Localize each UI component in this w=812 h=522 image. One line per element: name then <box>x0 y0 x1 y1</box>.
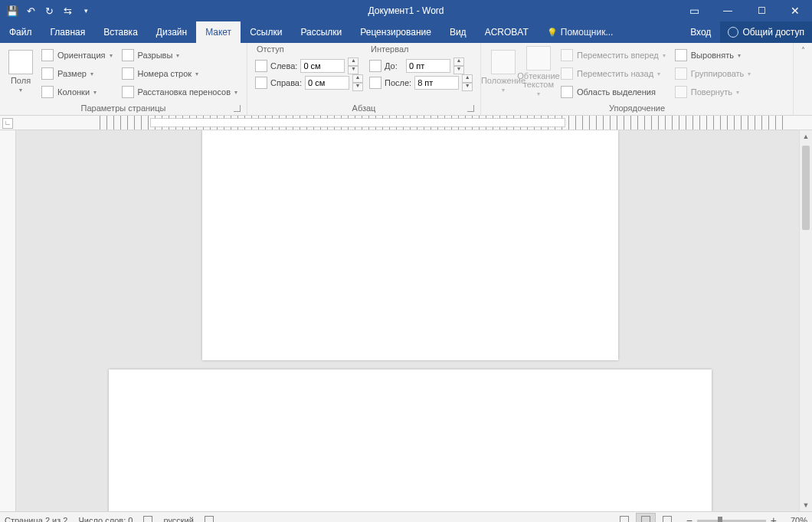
spacing-after-icon <box>369 77 381 89</box>
group-icon <box>675 67 687 80</box>
group-label-paragraph[interactable]: Абзац <box>252 103 476 115</box>
ribbon-options-button[interactable]: ▭ <box>677 0 711 21</box>
spin-up-icon[interactable]: ▲ <box>348 57 359 66</box>
orientation-icon <box>41 49 54 61</box>
bring-forward-button[interactable]: Переместить вперед▾ <box>559 47 667 64</box>
group-label-page-setup[interactable]: Параметры страницы <box>5 103 242 115</box>
scroll-up-icon[interactable]: ▲ <box>800 130 812 143</box>
spin-up-icon[interactable]: ▲ <box>462 74 473 83</box>
spin-down-icon[interactable]: ▼ <box>348 66 359 74</box>
indent-left-spinner[interactable]: Слева: ▲▼ <box>255 58 363 74</box>
tell-me-input[interactable]: Помощник... <box>538 21 623 43</box>
print-layout-button[interactable] <box>636 513 656 522</box>
orientation-button[interactable]: Ориентация▾ <box>40 47 113 64</box>
document-canvas[interactable]: ▲ ▼ <box>0 130 812 511</box>
selection-pane-button[interactable]: Область выделения <box>559 84 667 100</box>
hyphenation-button[interactable]: Расстановка переносов▾ <box>120 84 239 100</box>
web-layout-icon <box>663 516 672 522</box>
size-button[interactable]: Размер▾ <box>40 65 113 82</box>
spacing-before-input[interactable] <box>406 59 450 73</box>
page-number-status[interactable]: Страница 2 из 2 <box>5 516 67 522</box>
spacing-before-spinner[interactable]: До: ▲▼ <box>369 58 473 74</box>
spin-up-icon[interactable]: ▲ <box>352 74 363 83</box>
breaks-button[interactable]: Разрывы▾ <box>120 47 239 64</box>
line-numbers-button[interactable]: Номера строк▾ <box>120 65 239 82</box>
minimize-button[interactable]: — <box>711 0 745 21</box>
maximize-button[interactable]: ☐ <box>745 0 778 21</box>
touch-mode-icon[interactable]: ⇆ <box>61 5 74 17</box>
spacing-after-spinner[interactable]: После: ▲▼ <box>369 75 473 90</box>
chevron-down-icon: ▾ <box>234 89 237 96</box>
chevron-down-icon: ▾ <box>110 52 113 59</box>
tab-home[interactable]: Главная <box>41 21 95 43</box>
spin-up-icon[interactable]: ▲ <box>453 57 464 66</box>
spacing-after-input[interactable] <box>414 76 459 90</box>
rotate-button[interactable]: Повернуть▾ <box>673 84 753 100</box>
send-backward-button[interactable]: Переместить назад▾ <box>559 65 667 82</box>
position-button[interactable]: Положение▾ <box>486 44 521 98</box>
spellcheck-status[interactable] <box>143 516 152 522</box>
ribbon-tabs: Файл Главная Вставка Дизайн Макет Ссылки… <box>0 21 812 43</box>
vertical-ruler[interactable] <box>0 130 16 511</box>
group-arrange: Положение▾ Обтекание текстом▾ Переместит… <box>481 43 794 115</box>
tab-insert[interactable]: Вставка <box>94 21 147 43</box>
tab-file[interactable]: Файл <box>0 21 41 43</box>
save-icon[interactable]: 💾 <box>6 5 18 17</box>
chevron-down-icon: ▾ <box>736 89 739 96</box>
zoom-in-button[interactable]: + <box>771 514 777 522</box>
zoom-thumb[interactable] <box>718 517 722 523</box>
page-1[interactable] <box>202 130 618 360</box>
customize-qat-icon[interactable]: ▾ <box>80 5 92 17</box>
language-status[interactable]: русский <box>163 516 193 522</box>
indent-right-input[interactable] <box>305 76 349 90</box>
tab-review[interactable]: Рецензирование <box>351 21 440 43</box>
macro-status[interactable] <box>205 516 214 522</box>
tab-view[interactable]: Вид <box>440 21 476 43</box>
share-button[interactable]: Общий доступ <box>720 21 812 43</box>
zoom-out-button[interactable]: − <box>686 514 692 522</box>
status-bar: Страница 2 из 2 Число слов: 0 русский − … <box>0 511 812 522</box>
spellcheck-icon <box>143 516 152 522</box>
tab-layout[interactable]: Макет <box>196 21 241 43</box>
scrollbar-thumb[interactable] <box>802 146 810 230</box>
tab-mailings[interactable]: Рассылки <box>291 21 351 43</box>
page-2[interactable] <box>109 369 712 511</box>
web-layout-button[interactable] <box>657 513 677 522</box>
vertical-scrollbar[interactable]: ▲ ▼ <box>799 130 812 511</box>
title-bar: 💾 ↶ ↻ ⇆ ▾ Документ1 - Word ▭ — ☐ ✕ <box>0 0 812 21</box>
indent-left-input[interactable] <box>300 59 345 73</box>
chevron-down-icon: ▾ <box>663 52 666 59</box>
spin-down-icon[interactable]: ▼ <box>352 83 363 91</box>
close-button[interactable]: ✕ <box>778 0 812 21</box>
tab-references[interactable]: Ссылки <box>241 21 291 43</box>
selection-pane-icon <box>561 86 573 98</box>
sign-in-button[interactable]: Вход <box>681 21 720 43</box>
scroll-down-icon[interactable]: ▼ <box>800 499 812 511</box>
undo-icon[interactable]: ↶ <box>25 5 37 17</box>
zoom-level[interactable]: 70% <box>781 516 807 522</box>
zoom-slider[interactable] <box>697 520 766 522</box>
read-mode-button[interactable] <box>614 513 634 522</box>
spin-down-icon[interactable]: ▼ <box>453 66 464 74</box>
columns-button[interactable]: Колонки▾ <box>40 84 113 100</box>
indent-right-icon <box>255 77 267 89</box>
align-button[interactable]: Выровнять▾ <box>673 47 753 64</box>
position-icon <box>491 50 516 74</box>
group-button[interactable]: Группировать▾ <box>673 65 753 82</box>
redo-icon[interactable]: ↻ <box>43 5 55 17</box>
tab-design[interactable]: Дизайн <box>147 21 196 43</box>
tab-acrobat[interactable]: ACROBAT <box>476 21 538 43</box>
margins-button[interactable]: Поля ▾ <box>5 44 37 98</box>
rotate-icon <box>675 86 687 98</box>
window-title: Документ1 - Word <box>368 5 444 16</box>
breaks-icon <box>122 49 134 61</box>
indent-right-spinner[interactable]: Справа: ▲▼ <box>255 75 363 90</box>
collapse-ribbon-button[interactable]: ˄ <box>794 43 812 115</box>
spin-down-icon[interactable]: ▼ <box>462 83 473 91</box>
tab-selector[interactable]: ∟ <box>2 118 13 129</box>
wrap-text-button[interactable]: Обтекание текстом▾ <box>521 44 556 98</box>
window-controls: ▭ — ☐ ✕ <box>677 0 812 21</box>
word-count-status[interactable]: Число слов: 0 <box>78 516 133 522</box>
horizontal-ruler[interactable]: ∟ <box>0 116 812 130</box>
group-paragraph: Отступ Слева: ▲▼ Справа: ▲▼ Интервал До: <box>247 43 481 115</box>
